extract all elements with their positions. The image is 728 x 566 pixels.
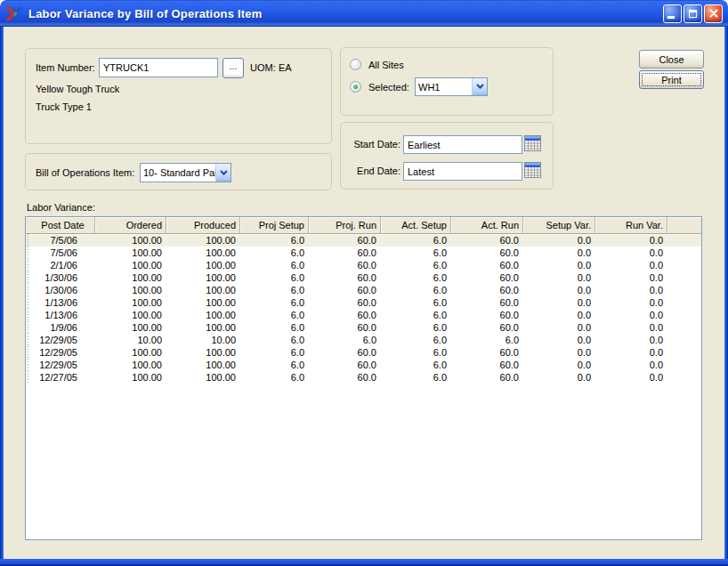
item-number-input[interactable] [99,58,218,77]
table-cell: 6.0 [240,346,309,359]
table-cell: 60.0 [451,296,523,309]
table-cell: 60.0 [451,309,523,321]
table-row[interactable]: 7/5/06100.00100.006.060.06.060.00.00.0 [26,247,701,259]
table-cell-filler [667,296,701,309]
table-cell: 60.0 [451,359,523,371]
table-cell: 12/29/05 [31,359,95,371]
table-cell: 0.0 [523,334,595,346]
table-row[interactable]: 12/29/05100.00100.006.060.06.060.00.00.0 [26,359,701,371]
table-cell: 100.00 [166,346,240,359]
selected-site-radio[interactable] [350,81,361,93]
close-button[interactable]: Close [639,50,704,69]
uom-value: EA [279,62,292,73]
table-cell: 6.0 [381,346,451,359]
table-cell: 100.00 [95,321,166,334]
table-cell-filler [667,371,701,384]
table-cell: 0.0 [523,234,595,247]
table-cell-filler [667,321,701,334]
title-bar[interactable]: Labor Variance by Bill of Operations Ite… [0,0,728,27]
table-cell-filler [667,271,701,284]
column-header-produced[interactable]: Produced [166,217,240,233]
table-row[interactable]: 12/27/05100.00100.006.060.06.060.00.00.0 [26,371,701,384]
table-cell: 60.0 [309,296,381,309]
table-cell: 100.00 [166,309,240,321]
table-cell: 6.0 [381,309,451,321]
end-date-calendar-icon[interactable] [524,162,541,178]
maximize-button[interactable] [684,4,702,23]
table-cell: 0.0 [595,371,667,384]
table-cell: 1/9/06 [31,321,95,334]
table-cell: 6.0 [240,296,309,309]
table-cell: 6.0 [381,296,451,309]
start-date-input[interactable] [403,135,522,154]
table-cell: 60.0 [309,359,381,371]
print-button[interactable]: Print [639,70,704,89]
table-cell: 0.0 [595,284,667,296]
table-cell: 0.0 [523,247,595,259]
bill-of-operations-select[interactable]: 10- Standard Pair [140,163,231,182]
table-row[interactable]: 1/9/06100.00100.006.060.06.060.00.00.0 [26,321,701,334]
table-cell: 10.00 [95,334,166,346]
table-row[interactable]: 12/29/0510.0010.006.06.06.06.00.00.0 [26,334,701,346]
start-date-calendar-icon[interactable] [524,135,541,151]
table-row[interactable]: 1/13/06100.00100.006.060.06.060.00.00.0 [26,309,701,321]
column-header-proj-setup[interactable]: Proj Setup [240,217,309,233]
column-header-setup-var[interactable]: Setup Var. [523,217,595,233]
table-cell: 0.0 [595,247,667,259]
bill-of-operations-value: 10- Standard Pair [141,167,215,178]
column-header-act-setup[interactable]: Act. Setup [381,217,451,233]
table-caption: Labor Variance: [27,202,95,213]
all-sites-label: All Sites [368,60,404,70]
table-cell: 0.0 [523,309,595,321]
table-cell: 6.0 [240,284,309,296]
chevron-down-icon[interactable] [472,78,487,95]
table-row[interactable]: 1/30/06100.00100.006.060.06.060.00.00.0 [26,271,701,284]
table-cell: 6.0 [381,334,451,346]
item-number-label: Item Number: [36,62,95,73]
column-header-run-var[interactable]: Run Var. [595,217,667,233]
column-header-post-date[interactable]: Post Date [31,217,95,233]
table-cell: 100.00 [95,259,166,271]
table-cell: 60.0 [309,321,381,334]
table-cell: 6.0 [381,234,451,247]
table-row[interactable]: 12/29/05100.00100.006.060.06.060.00.00.0 [26,346,701,359]
column-header-act-run[interactable]: Act. Run [451,217,523,233]
window-frame-bottom [0,559,728,566]
table-cell: 60.0 [451,271,523,284]
table-cell: 100.00 [95,309,166,321]
table-row[interactable]: 1/30/06100.00100.006.060.06.060.00.00.0 [26,284,701,296]
end-date-input[interactable] [403,162,522,181]
table-cell: 6.0 [381,371,451,384]
table-cell-filler [667,259,701,271]
table-cell: 6.0 [240,234,309,247]
column-header-ordered[interactable]: Ordered [95,217,166,233]
table-cell: 0.0 [595,271,667,284]
table-cell: 60.0 [309,271,381,284]
table-cell: 100.00 [166,321,240,334]
minimize-button[interactable] [663,4,682,23]
table-cell: 10.00 [166,334,240,346]
site-select[interactable]: WH1 [415,77,488,96]
chevron-down-icon[interactable] [215,164,231,182]
item-description-1: Yellow Tough Truck [36,84,119,94]
table-cell: 60.0 [309,247,381,259]
all-sites-radio[interactable] [350,59,361,70]
table-row[interactable]: 1/13/06100.00100.006.060.06.060.00.00.0 [26,296,701,309]
table-cell: 6.0 [381,321,451,334]
close-window-button[interactable] [704,4,723,23]
column-header-proj-run[interactable]: Proj. Run [309,217,381,233]
end-date-label: End Date: [344,166,400,176]
table-cell: 6.0 [381,271,451,284]
item-browse-button[interactable]: ... [222,58,244,78]
table-row[interactable]: 2/1/06100.00100.006.060.06.060.00.00.0 [26,259,701,271]
table-cell: 100.00 [95,346,166,359]
table-cell: 60.0 [309,371,381,384]
table-cell: 100.00 [95,296,166,309]
table-cell: 100.00 [95,247,166,259]
table-cell: 6.0 [240,247,309,259]
table-row[interactable]: 7/5/06100.00100.006.060.06.060.00.00.0 [26,234,701,247]
table-cell: 0.0 [523,259,595,271]
close-icon [708,8,719,19]
table-cell: 0.0 [595,346,667,359]
table-cell: 12/29/05 [31,346,95,359]
